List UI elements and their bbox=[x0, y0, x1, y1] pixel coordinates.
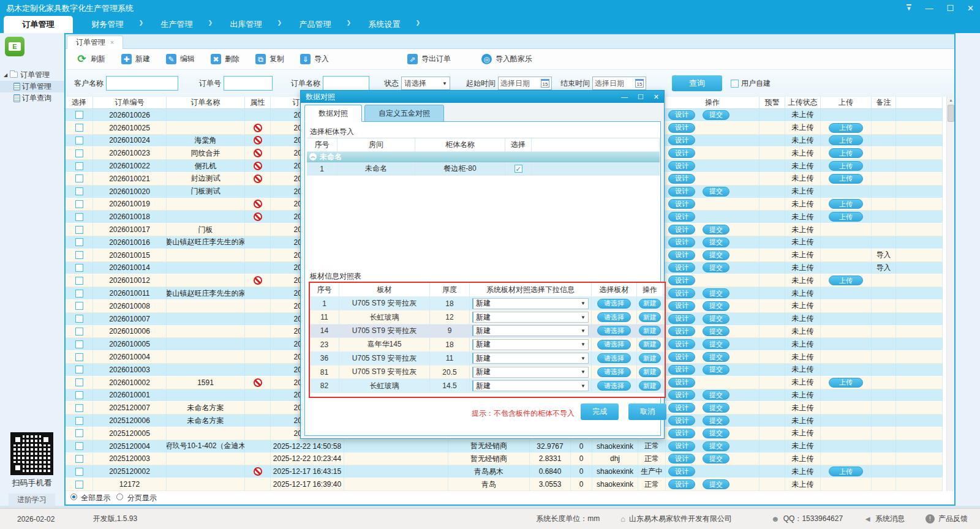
row-checkbox[interactable] bbox=[75, 277, 83, 285]
design-button[interactable]: 设计 bbox=[668, 238, 695, 247]
submit-button[interactable]: 提交 bbox=[703, 403, 729, 413]
design-button[interactable]: 设计 bbox=[668, 250, 695, 260]
row-checkbox[interactable] bbox=[75, 442, 83, 450]
submit-button[interactable]: 提交 bbox=[703, 454, 729, 463]
row-checkbox[interactable] bbox=[75, 238, 83, 246]
row-checkbox[interactable] bbox=[75, 162, 83, 170]
row-checkbox[interactable] bbox=[75, 340, 83, 348]
row-checkbox[interactable] bbox=[75, 264, 83, 272]
design-button[interactable]: 设计 bbox=[668, 467, 695, 476]
row-checkbox[interactable] bbox=[75, 315, 83, 323]
toolbar-button-export[interactable]: ⇗导出订单 bbox=[407, 54, 451, 64]
toolbar-button-import[interactable]: ⇓导入 bbox=[300, 54, 329, 64]
submit-button[interactable]: 提交 bbox=[703, 314, 729, 324]
row-checkbox[interactable] bbox=[75, 468, 83, 476]
submit-button[interactable]: 提交 bbox=[703, 365, 729, 375]
design-button[interactable]: 设计 bbox=[668, 174, 695, 184]
submit-button[interactable]: 提交 bbox=[703, 263, 729, 272]
row-checkbox[interactable] bbox=[75, 353, 83, 361]
status-select[interactable]: 请选择 ▼ bbox=[401, 77, 450, 90]
design-button[interactable]: 设计 bbox=[668, 441, 695, 451]
upload-button[interactable]: 上传 bbox=[829, 161, 863, 171]
row-checkbox[interactable] bbox=[75, 366, 83, 373]
toolbar-button-kujiale[interactable]: ◎导入酷家乐 bbox=[481, 54, 532, 64]
design-button[interactable]: 设计 bbox=[668, 225, 695, 234]
row-checkbox[interactable] bbox=[75, 404, 83, 412]
toolbar-button-edit[interactable]: ✎编辑 bbox=[166, 54, 195, 64]
sidebar-item-order-management[interactable]: 订单管理 bbox=[0, 81, 64, 92]
design-button[interactable]: 设计 bbox=[668, 199, 695, 209]
design-button[interactable]: 设计 bbox=[668, 378, 695, 388]
submit-button[interactable]: 提交 bbox=[703, 326, 729, 336]
menu-tab-4[interactable]: 产品管理 bbox=[281, 16, 350, 33]
row-checkbox[interactable] bbox=[75, 137, 83, 144]
design-button[interactable]: 设计 bbox=[668, 326, 695, 336]
row-checkbox[interactable] bbox=[75, 481, 83, 489]
design-button[interactable]: 设计 bbox=[668, 187, 695, 197]
toolbar-button-refresh[interactable]: ⟳刷新 bbox=[77, 54, 105, 64]
paged-radio[interactable] bbox=[116, 493, 123, 500]
upload-button[interactable]: 上传 bbox=[829, 276, 863, 285]
system-messages[interactable]: ◄ 系统消息 bbox=[864, 514, 905, 524]
toolbar-button-delete[interactable]: ✖删除 bbox=[211, 54, 239, 64]
menu-tab-3[interactable]: 出库管理 bbox=[211, 16, 281, 33]
board-mapping-select[interactable]: 新建▼ bbox=[472, 339, 589, 350]
board-mapping-select[interactable]: 新建▼ bbox=[472, 325, 589, 336]
minimize-icon[interactable]: — bbox=[925, 4, 933, 12]
upload-button[interactable]: 上传 bbox=[829, 467, 863, 476]
submit-button[interactable]: 提交 bbox=[703, 429, 729, 438]
submit-button[interactable]: 提交 bbox=[703, 238, 729, 247]
submit-button[interactable]: 提交 bbox=[703, 339, 729, 349]
design-button[interactable]: 设计 bbox=[668, 365, 695, 375]
new-button[interactable]: 新建 bbox=[639, 381, 661, 391]
upload-button[interactable]: 上传 bbox=[829, 135, 863, 145]
toolbar-button-new[interactable]: ✚新建 bbox=[121, 54, 150, 64]
order-name-input[interactable] bbox=[323, 76, 369, 91]
design-button[interactable]: 设计 bbox=[668, 390, 695, 400]
row-checkbox[interactable] bbox=[75, 417, 83, 425]
design-button[interactable]: 设计 bbox=[668, 110, 695, 120]
board-mapping-select[interactable]: 新建▼ bbox=[472, 367, 589, 378]
dialog-tab-data-comparison[interactable]: 数据对照 bbox=[304, 105, 362, 122]
submit-button[interactable]: 提交 bbox=[703, 479, 729, 489]
design-button[interactable]: 设计 bbox=[668, 352, 695, 362]
board-mapping-select[interactable]: 新建▼ bbox=[472, 298, 589, 309]
design-button[interactable]: 设计 bbox=[668, 148, 695, 158]
row-checkbox[interactable] bbox=[75, 290, 83, 298]
row-checkbox[interactable] bbox=[75, 187, 83, 195]
submit-button[interactable]: 提交 bbox=[703, 352, 729, 362]
cabinet-checkbox[interactable]: ✓ bbox=[514, 165, 522, 173]
show-all-radio[interactable] bbox=[70, 493, 77, 500]
please-select-button[interactable]: 请选择 bbox=[597, 299, 631, 309]
scrollbar-thumb[interactable] bbox=[948, 105, 954, 122]
submit-button[interactable]: 提交 bbox=[703, 187, 729, 197]
tab-close-icon[interactable]: × bbox=[110, 39, 114, 46]
please-select-button[interactable]: 请选择 bbox=[597, 353, 631, 363]
design-button[interactable]: 设计 bbox=[668, 454, 695, 463]
tab-order-management[interactable]: 订单管理 × bbox=[67, 36, 123, 49]
row-checkbox[interactable] bbox=[75, 328, 83, 336]
row-checkbox[interactable] bbox=[75, 251, 83, 259]
design-button[interactable]: 设计 bbox=[668, 403, 695, 413]
upload-button[interactable]: 上传 bbox=[829, 148, 863, 158]
show-all-radio-group[interactable]: 全部显示 bbox=[70, 493, 110, 503]
menu-tab-0[interactable]: 订单管理 bbox=[4, 16, 73, 33]
row-checkbox[interactable] bbox=[75, 111, 83, 119]
upload-button[interactable]: 上传 bbox=[829, 212, 863, 222]
upload-button[interactable]: 上传 bbox=[829, 378, 863, 388]
sidebar-item-order-query[interactable]: 订单查询 bbox=[0, 92, 64, 104]
board-mapping-select[interactable]: 新建▼ bbox=[472, 353, 589, 364]
submit-button[interactable]: 提交 bbox=[703, 441, 729, 451]
row-checkbox[interactable] bbox=[75, 200, 83, 208]
new-button[interactable]: 新建 bbox=[639, 367, 661, 377]
menu-tab-1[interactable]: 财务管理 bbox=[73, 16, 142, 33]
customer-name-input[interactable] bbox=[106, 76, 178, 91]
new-button[interactable]: 新建 bbox=[639, 340, 661, 350]
design-button[interactable]: 设计 bbox=[668, 479, 695, 489]
scroll-up-icon[interactable]: ▲ bbox=[947, 96, 955, 104]
user-created-filter[interactable]: 用户自建 bbox=[731, 78, 771, 89]
submit-button[interactable]: 提交 bbox=[703, 225, 729, 234]
submit-button[interactable]: 提交 bbox=[703, 110, 729, 120]
please-select-button[interactable]: 请选择 bbox=[597, 340, 631, 350]
row-checkbox[interactable] bbox=[75, 174, 83, 182]
